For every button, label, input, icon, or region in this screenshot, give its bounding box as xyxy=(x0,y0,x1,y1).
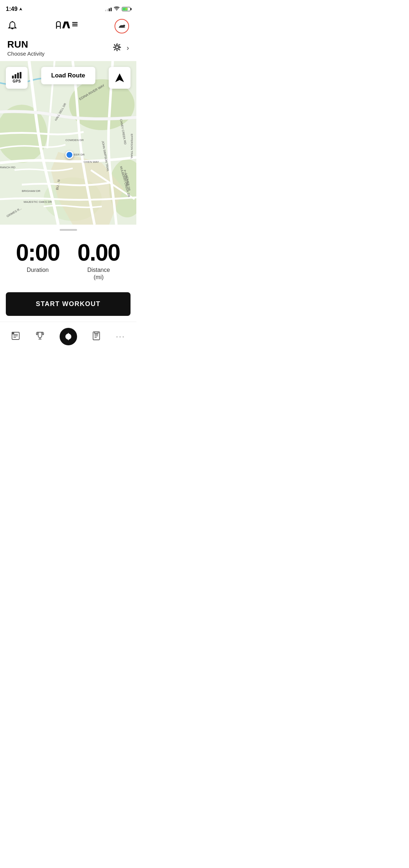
svg-text:OXEN WAY: OXEN WAY xyxy=(84,160,99,164)
bottom-nav: ··· xyxy=(0,322,136,354)
distance-value: 0.00 xyxy=(77,241,120,264)
log-icon xyxy=(92,331,101,342)
svg-rect-34 xyxy=(12,332,14,334)
distance-label: Distance(mi) xyxy=(87,266,110,282)
gps-button[interactable]: GPS xyxy=(6,67,28,89)
duration-value: 0:00 xyxy=(16,241,60,264)
chevron-right-icon[interactable]: › xyxy=(127,44,129,52)
svg-text:BRIGHAM DR: BRIGHAM DR xyxy=(22,189,40,193)
battery-icon: ⚡ xyxy=(122,7,131,11)
svg-rect-2 xyxy=(72,22,77,23)
app-header xyxy=(0,16,136,38)
bell-icon[interactable] xyxy=(7,20,17,32)
svg-text:COWDEN DR: COWDEN DR xyxy=(65,138,84,142)
navigate-button[interactable] xyxy=(109,67,131,89)
svg-marker-0 xyxy=(19,8,22,11)
svg-rect-3 xyxy=(72,24,77,24)
distance-stat: 0.00 Distance(mi) xyxy=(68,241,129,282)
status-right: ⚡ xyxy=(105,7,131,12)
status-bar: 1:49 ⚡ xyxy=(0,0,136,16)
navigate-arrow-icon xyxy=(115,73,125,83)
ua-logo xyxy=(52,20,81,33)
feed-icon xyxy=(11,331,20,342)
activity-title: RUN xyxy=(7,39,45,50)
svg-text:RANCH RD: RANCH RD xyxy=(0,166,15,169)
nav-item-log[interactable] xyxy=(88,330,105,343)
shoe-icon[interactable] xyxy=(115,19,129,33)
nav-item-more[interactable]: ··· xyxy=(112,331,129,343)
signal-icon xyxy=(105,7,112,11)
gps-signal-icon xyxy=(12,72,21,79)
record-icon xyxy=(60,328,77,345)
map-area: EDINA RIVER WAY HALL SELL DR COWDEN DR O… xyxy=(0,61,136,225)
duration-stat: 0:00 Duration xyxy=(7,241,68,282)
svg-point-5 xyxy=(116,46,119,49)
start-workout-button[interactable]: START WORKOUT xyxy=(6,292,131,316)
activity-section: RUN Choose Activity › xyxy=(0,38,136,61)
drag-handle[interactable] xyxy=(0,225,136,234)
wifi-icon xyxy=(114,7,120,12)
activity-controls: › xyxy=(112,42,129,54)
user-location-dot xyxy=(65,151,73,159)
gear-icon[interactable] xyxy=(112,42,122,54)
svg-text:EPPERSON TRAIL: EPPERSON TRAIL xyxy=(130,134,133,159)
svg-marker-29 xyxy=(115,73,124,82)
svg-text:MAJESTIC OAKS DR: MAJESTIC OAKS DR xyxy=(24,200,52,204)
trophy-icon xyxy=(35,331,45,342)
status-time: 1:49 xyxy=(6,6,23,12)
more-dots-icon: ··· xyxy=(116,332,125,341)
nav-item-challenges[interactable] xyxy=(32,330,48,343)
stats-section: 0:00 Duration 0.00 Distance(mi) xyxy=(0,234,136,285)
location-arrow-icon xyxy=(19,7,23,11)
map-background: EDINA RIVER WAY HALL SELL DR COWDEN DR O… xyxy=(0,61,136,225)
activity-info: RUN Choose Activity xyxy=(7,39,45,57)
start-btn-container: START WORKOUT xyxy=(0,285,136,322)
duration-label: Duration xyxy=(27,266,49,274)
svg-rect-4 xyxy=(72,25,77,26)
nav-item-record[interactable] xyxy=(56,326,81,347)
load-route-button[interactable]: Load Route xyxy=(41,67,96,84)
gps-label: GPS xyxy=(13,79,21,83)
nav-item-feed[interactable] xyxy=(7,330,24,343)
svg-point-38 xyxy=(67,335,69,338)
drag-pill xyxy=(60,229,77,231)
activity-subtitle[interactable]: Choose Activity xyxy=(7,51,45,57)
